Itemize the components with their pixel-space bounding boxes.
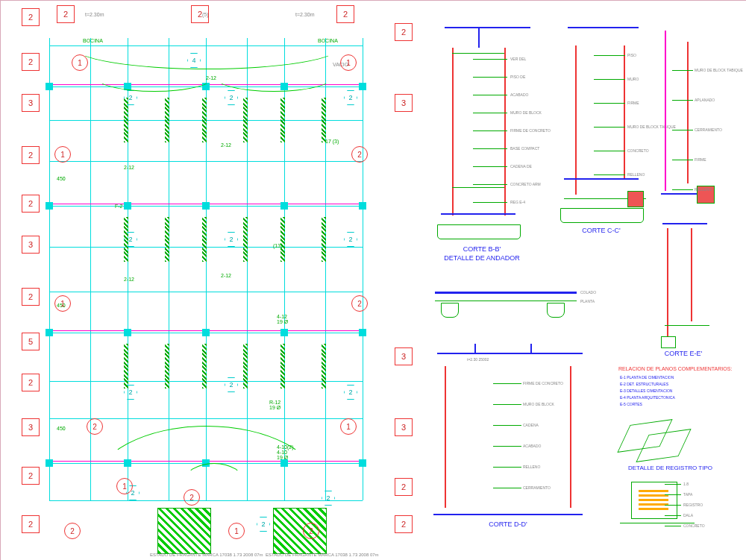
detail-note: BASE COMPACT	[510, 146, 539, 151]
leader-line	[672, 70, 693, 71]
detail-note: CONCRETO	[627, 148, 649, 154]
rel-title: RELACION DE PLANOS COMPLEMENTARIOS:	[618, 366, 742, 371]
leader-line	[493, 488, 521, 488]
leader-line	[672, 100, 693, 101]
callout-box: 3	[22, 236, 40, 254]
hex-callout: 2	[344, 90, 357, 105]
rebar-label: (13)	[273, 243, 282, 248]
detail-note: FIRME DE CONCRETO	[523, 381, 563, 386]
dim-label: F-2	[115, 204, 123, 209]
detail-corte-dd: t=2.30 25002 FIRME DE CONCRETOMURO DE BL…	[422, 344, 594, 534]
relacion-item: E-2 DET. ESTRUCTURALES	[620, 382, 668, 387]
callout-box: 2	[22, 8, 40, 26]
leader-line	[493, 467, 521, 468]
column	[280, 202, 288, 210]
wall	[124, 344, 128, 388]
leader-line	[594, 174, 625, 175]
detail-note: MURO DE BLOCK TABIQUE	[695, 68, 743, 73]
leader-line	[594, 55, 625, 56]
and-n1: COLADO	[580, 290, 596, 295]
circle-callout: 1	[340, 418, 357, 435]
callout-box: 3	[395, 347, 413, 365]
detail-note: DALA	[683, 513, 693, 518]
leader-line	[473, 148, 507, 149]
drawing-canvas: t=2.30m (5) t=2.30m BOCINA BOCINA VACIO …	[0, 0, 746, 560]
callout-box: 2	[57, 5, 75, 23]
detail-note: CERRAMIENTO	[695, 128, 722, 133]
callout-box: 2	[22, 467, 40, 485]
title-ee: CORTE E-E'	[639, 350, 728, 357]
callout-box: 3	[22, 94, 40, 112]
rebar-label: 2-12	[221, 142, 231, 148]
leader-line	[473, 166, 507, 167]
detail-note: RELLENO	[523, 465, 540, 470]
detail-note: FIRME	[695, 157, 706, 163]
title-cc: CORTE C-C'	[553, 227, 650, 234]
leader-line	[665, 515, 681, 516]
circle-callout: 2	[64, 523, 81, 539]
circle-callout: 2	[351, 295, 368, 312]
relacion-item: E-4 PLANTA ARQUITECTONICA	[620, 395, 675, 400]
leader-line	[473, 130, 507, 131]
leader-line	[594, 127, 625, 128]
callout-box: 2	[395, 515, 413, 533]
leader-line	[493, 425, 521, 426]
detail-note: CONCRETO ARM	[510, 182, 541, 187]
gridline-v	[49, 38, 50, 500]
plan-view: t=2.30m (5) t=2.30m BOCINA BOCINA VACIO …	[49, 16, 363, 538]
leader-line	[493, 404, 521, 405]
callout-box: 2	[22, 195, 40, 213]
detail-andador: COLADO PLANTA	[427, 277, 592, 336]
dim-top-r: t=2.30m	[295, 12, 315, 17]
wall	[322, 217, 326, 262]
reg-title: DETALLE DE REGISTRO TIPO	[601, 465, 739, 471]
leader-line	[672, 160, 693, 160]
and-n2: PLANTA	[580, 299, 595, 304]
detail-note: APLANADO	[695, 98, 715, 103]
title-bb2: DETALLE DE ANDADOR	[422, 254, 542, 262]
relacion-item: E-5 CORTES	[620, 402, 642, 407]
relacion-item: E-1 PLANTA DE CIMENTACION	[620, 375, 674, 380]
leader-line	[473, 202, 507, 203]
column	[359, 202, 366, 210]
detail-note: PISO	[627, 53, 636, 58]
detail-corte-bb: VER DELPISO DEACABADOMURO DE BLOCKFIRME …	[422, 16, 542, 262]
column	[202, 329, 210, 336]
leader-line	[594, 79, 625, 80]
wall	[202, 344, 207, 388]
wall	[165, 344, 169, 388]
leader-line	[473, 59, 507, 60]
column	[46, 83, 53, 90]
ftg-note-r: ESTADO DE FRAGANTE MARCA 17038 1.73 2008…	[266, 553, 379, 559]
wall	[322, 344, 326, 388]
callout-box: 5	[22, 333, 40, 350]
circle-callout: 2	[87, 418, 103, 435]
leader-line	[473, 113, 507, 113]
wall	[243, 98, 248, 142]
leader-line	[473, 77, 507, 78]
leader-line	[594, 151, 625, 151]
title-bb1: CORTE B-B'	[422, 245, 542, 253]
detail-note: 1.8	[683, 482, 689, 487]
callout-box: 2	[22, 288, 40, 306]
detail-note: ACABADO	[523, 444, 541, 449]
detail-note: MURO	[627, 77, 639, 82]
leader-line	[665, 526, 681, 526]
detail-note: REG E-4	[510, 200, 525, 205]
detail-note: FIRME DE CONCRETO	[510, 128, 551, 133]
rebar-label: R-12 19 Ø	[269, 400, 280, 410]
ftg-note-l: ESTADO DE FRAGANTE MARCA 17038 1.73 2008…	[150, 553, 263, 559]
circle-callout: 1	[72, 54, 88, 71]
detail-note: FIRME	[627, 101, 639, 106]
callout-box: 2	[191, 5, 209, 23]
dim-label: 450	[57, 176, 66, 181]
detail-note: RELLENO	[627, 172, 645, 177]
circle-callout: 2	[351, 146, 368, 163]
hex-callout: 2	[322, 491, 335, 506]
relacion-item: E-3 DETALLES CIMENTACION	[620, 388, 672, 394]
column	[202, 202, 210, 210]
wall	[280, 217, 285, 262]
callout-box: 2	[395, 23, 413, 41]
callout-box: 2	[336, 5, 354, 23]
leader-line	[473, 184, 507, 185]
